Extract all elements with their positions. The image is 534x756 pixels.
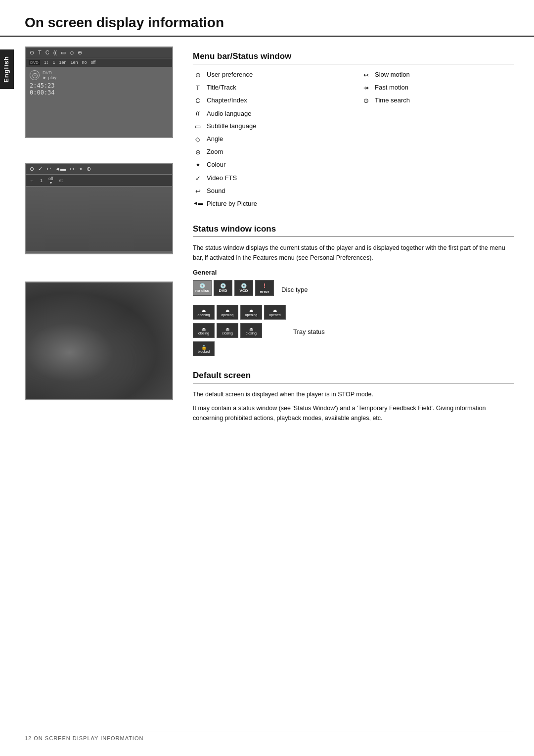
screen-values-bar: DVD 1↕ 1 1en 1en no off: [26, 58, 172, 67]
dvd-label: DVD: [29, 60, 40, 65]
disc-icon-dvd: 💿 DVD: [214, 280, 232, 296]
screen-time2: 0:00:34: [30, 89, 168, 96]
status-section: Status window icons The status window di…: [193, 224, 514, 358]
menu-item-time-search: ⊙ Time search: [361, 96, 514, 105]
menu-item-audio-lang: (( Audio language: [193, 109, 346, 118]
screen-play-status: ► play: [43, 75, 56, 80]
right-column: Menu bar/Status window ⊙ User preference…: [193, 47, 514, 423]
menu-item-sound: ↩ Sound: [193, 187, 346, 196]
screen2-top-bar: ⊙✓↩◄▬↢↠⊕: [26, 164, 172, 175]
menu-item-fast-motion: ↠ Fast motion: [361, 83, 514, 93]
colour-label: Colour: [207, 160, 225, 169]
tray-icons-group: ⏏ opening ⏏ opening ⏏ opening ⏏: [193, 305, 286, 358]
menu-item-subtitle-lang: ▭ Subtitle language: [193, 122, 346, 131]
left-column: ⊙TC((▭◇⊕ DVD 1↕ 1 1en 1en no off ⊙ DVD ►…: [25, 47, 178, 423]
screen2-top-icons: ⊙✓↩◄▬↢↠⊕: [30, 166, 91, 172]
status-description: The status window displays the current s…: [193, 243, 514, 263]
default-text-2: It may contain a status window (see 'Sta…: [193, 403, 514, 423]
tray-closing-2: ⏏ closing: [217, 323, 238, 338]
subtitle-lang-label: Subtitle language: [207, 122, 256, 131]
tray-row-1: ⏏ opening ⏏ opening ⏏ opening ⏏: [193, 305, 286, 320]
menu-item-colour: ✦ Colour: [193, 160, 346, 170]
tray-closing-1: ⏏ closing: [193, 323, 215, 338]
audio-lang-icon: ((: [193, 110, 203, 117]
time-search-label: Time search: [375, 96, 410, 105]
value-5: no: [82, 60, 87, 65]
angle-icon: ◇: [193, 135, 203, 144]
menu-item-chapter-index: C Chapter/Index: [193, 96, 346, 105]
screen2-val2: off▼: [48, 176, 53, 185]
default-text-1: The default screen is displayed when the…: [193, 389, 514, 399]
screen-playback-info: ⊙ DVD ► play 2:45:23 0:00:34: [26, 67, 172, 99]
tray-row-2: ⏏ closing ⏏ closing ⏏ closing: [193, 323, 286, 338]
zoom-label: Zoom: [207, 147, 223, 156]
pip-icon: ◄▬: [193, 200, 203, 207]
value-4: 1en: [70, 60, 78, 65]
screen2-values-bar: ← 1 off▼ st: [26, 175, 172, 187]
general-label: General: [193, 269, 514, 276]
fast-motion-icon: ↠: [361, 84, 371, 93]
screen-disc-icon: ⊙: [30, 70, 40, 80]
status-section-header: Status window icons: [193, 224, 514, 237]
disc-icon-vcd: 💿 VCD: [234, 280, 253, 296]
screen-mockup-status: ⊙✓↩◄▬↢↠⊕ ← 1 off▼ st: [25, 163, 173, 254]
audio-lang-label: Audio language: [207, 109, 251, 118]
title-track-label: Title/Track: [207, 83, 236, 92]
user-pref-icon: ⊙: [193, 71, 203, 80]
menu-item-slow-motion: ↢ Slow motion: [361, 70, 514, 80]
screen-dvd-play: DVD: [43, 70, 56, 75]
time-search-icon: ⊙: [361, 96, 371, 105]
sound-label: Sound: [207, 187, 225, 195]
value-3: 1en: [59, 60, 66, 65]
menu-item-picture-by-picture: ◄▬ Picture by Picture: [193, 199, 346, 208]
tray-status-label: Tray status: [293, 328, 325, 335]
menu-item-zoom: ⊕ Zoom: [193, 147, 346, 157]
sound-icon: ↩: [193, 187, 203, 196]
tray-row-3: 🔒 blocked: [193, 341, 286, 356]
slow-motion-icon: ↢: [361, 71, 371, 80]
page-title: On screen display information: [0, 0, 534, 37]
menu-left-col: ⊙ User preference T Title/Track C Chapte…: [193, 70, 346, 212]
tray-row-wrapper: ⏏ opening ⏏ opening ⏏ opening ⏏: [193, 305, 514, 358]
screen-mockup-menu-bar: ⊙TC((▭◇⊕ DVD 1↕ 1 1en 1en no off ⊙ DVD ►…: [25, 47, 173, 138]
screen2-arrow: ←: [30, 178, 34, 183]
page-footer: 12 ON SCREEN DISPLAY INFORMATION: [25, 731, 514, 741]
screen-default-image: [26, 283, 172, 399]
default-section-header: Default screen: [193, 371, 514, 383]
subtitle-lang-icon: ▭: [193, 122, 203, 131]
colour-icon: ✦: [193, 161, 203, 170]
slow-motion-label: Slow motion: [375, 70, 410, 79]
angle-label: Angle: [207, 135, 223, 143]
tray-closing-3: ⏏ closing: [240, 323, 262, 338]
video-fts-icon: ✓: [193, 174, 203, 183]
menu-item-video-fts: ✓ Video FTS: [193, 174, 346, 183]
menu-item-user-pref: ⊙ User preference: [193, 70, 346, 80]
disc-type-label: Disc type: [281, 286, 308, 293]
disc-type-row: 💿 no disc 💿 DVD 💿 VCD ! error: [193, 280, 514, 299]
pip-label: Picture by Picture: [207, 199, 257, 208]
disc-icons: 💿 no disc 💿 DVD 💿 VCD ! error: [193, 280, 274, 296]
disc-icon-no-disc: 💿 no disc: [193, 280, 212, 296]
value-1: 1↕: [44, 60, 49, 65]
chapter-index-label: Chapter/Index: [207, 96, 247, 105]
tray-opening-1: ⏏ opening: [193, 305, 215, 320]
default-section: Default screen The default screen is dis…: [193, 371, 514, 423]
sidebar-language-tab: English: [0, 49, 14, 89]
menu-right-col: ↢ Slow motion ↠ Fast motion ⊙ Time searc…: [361, 70, 514, 212]
tray-blocked: 🔒 blocked: [193, 341, 215, 356]
disc-icon-error: ! error: [255, 280, 274, 296]
menu-item-title-track: T Title/Track: [193, 83, 346, 93]
screen2-val3: st: [59, 178, 63, 183]
zoom-icon: ⊕: [193, 148, 203, 157]
menu-bar-content: ⊙ User preference T Title/Track C Chapte…: [193, 70, 514, 212]
screen-time1: 2:45:23: [30, 82, 168, 89]
tray-opened: ⏏ opened: [264, 305, 286, 320]
tray-opening-3: ⏏ opening: [240, 305, 262, 320]
value-2: 1: [52, 60, 55, 65]
user-pref-label: User preference: [207, 70, 253, 79]
title-track-icon: T: [193, 84, 203, 93]
value-6: off: [91, 60, 96, 65]
chapter-index-icon: C: [193, 96, 203, 105]
screen-top-bar: ⊙TC((▭◇⊕: [26, 47, 172, 58]
top-bar-icons: ⊙TC((▭◇⊕: [30, 49, 82, 56]
